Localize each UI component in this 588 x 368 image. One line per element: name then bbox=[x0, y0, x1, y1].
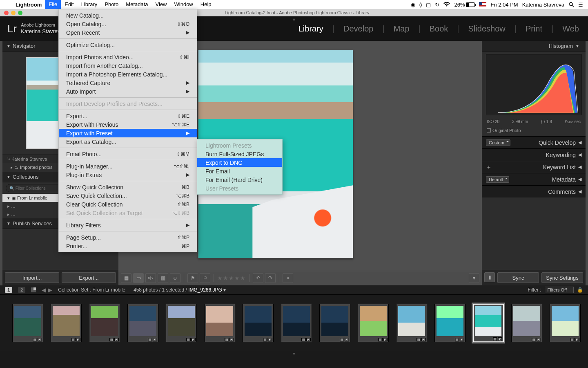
filmstrip-thumbnail[interactable]: ▤◩ bbox=[127, 304, 158, 342]
module-book[interactable]: Book bbox=[430, 24, 448, 34]
file-menu-item[interactable]: Export...⇧⌘E bbox=[59, 112, 197, 120]
input-source-flag-icon[interactable] bbox=[479, 2, 486, 7]
filmstrip-thumbnail[interactable]: ▤◩ bbox=[12, 304, 43, 342]
clock[interactable]: Fri 2:04 PM bbox=[490, 2, 518, 8]
people-view-button[interactable]: ☺ bbox=[170, 273, 180, 283]
filmstrip-thumbnail[interactable]: ▤◩ bbox=[166, 304, 197, 342]
file-menu-item[interactable]: Optimize Catalog... bbox=[59, 40, 197, 49]
file-menu-item[interactable]: Plug-in Manager...⌥⇧⌘, bbox=[59, 162, 197, 171]
file-menu-item[interactable]: Import a Photoshop Elements Catalog... bbox=[59, 70, 197, 79]
comments-header[interactable]: Comments ◀ bbox=[482, 185, 586, 197]
grid-view-button[interactable]: ▦ bbox=[121, 273, 131, 283]
filmstrip-thumbnail[interactable]: ▤◩ bbox=[550, 304, 581, 342]
filmstrip-thumbnail[interactable]: ▤◩ bbox=[89, 304, 120, 342]
keyword-list-header[interactable]: ＋ Keyword List ◀ bbox=[482, 161, 586, 173]
creative-cloud-icon[interactable]: ◉ bbox=[411, 2, 415, 8]
module-develop[interactable]: Develop bbox=[343, 24, 373, 34]
filmstrip-thumbnail[interactable]: ▤◩ bbox=[319, 304, 350, 342]
rotate-cw-button[interactable]: ↷ bbox=[265, 273, 276, 283]
breadcrumb[interactable]: Collection Set : From Lr mobile 458 phot… bbox=[58, 287, 226, 293]
file-menu-item[interactable]: Auto Import▶ bbox=[59, 87, 197, 96]
menu-file[interactable]: File bbox=[45, 0, 61, 9]
sync-settings-button[interactable]: Sync Settings bbox=[541, 272, 583, 283]
rating-stars[interactable]: ★★★★★ bbox=[217, 275, 246, 281]
minimize-window-icon[interactable] bbox=[11, 11, 16, 15]
filter-select[interactable]: Filters Off bbox=[545, 287, 574, 293]
export-button[interactable]: Export... bbox=[62, 272, 116, 283]
flag-pick-button[interactable]: ⚑ bbox=[187, 273, 198, 283]
filmstrip-thumbnail[interactable]: ▤◩ bbox=[204, 304, 235, 342]
filmstrip-thumbnail[interactable]: ▤◩ bbox=[396, 304, 427, 342]
file-menu-item[interactable]: Open Recent▶ bbox=[59, 28, 197, 37]
top-panel-toggle-icon[interactable]: ▴ bbox=[293, 16, 295, 22]
file-menu-item[interactable]: Import Photos and Video...⇧⌘I bbox=[59, 53, 197, 61]
user-name[interactable]: Katerina Stavreva bbox=[522, 2, 564, 8]
battery-status[interactable]: 26% bbox=[454, 2, 475, 8]
airplay-icon[interactable]: ▢ bbox=[426, 2, 431, 8]
original-photo-checkbox[interactable]: Original Photo bbox=[482, 127, 586, 136]
grid-source-icon[interactable] bbox=[31, 287, 36, 292]
filmstrip[interactable]: ▤◩▤◩▤◩▤◩▤◩▤◩▤◩▤◩▤◩▤◩▤◩▤◩▤◩▤◩▤◩ bbox=[0, 294, 588, 351]
file-menu-item[interactable]: Page Setup...⇧⌘P bbox=[59, 233, 197, 242]
filmstrip-thumbnail[interactable]: ▤◩ bbox=[473, 304, 504, 342]
filmstrip-thumbnail[interactable]: ▤◩ bbox=[434, 304, 466, 342]
file-menu-item[interactable]: Printer...⌘P bbox=[59, 242, 197, 250]
module-library[interactable]: Library bbox=[298, 24, 323, 34]
quick-develop-preset-select[interactable]: Custom bbox=[486, 139, 510, 146]
file-menu-item[interactable]: Save Quick Collection...⌥⌘B bbox=[59, 191, 197, 200]
compare-view-button[interactable]: X|Y bbox=[145, 273, 156, 283]
file-menu-item[interactable]: Plug-in Extras▶ bbox=[59, 171, 197, 179]
module-web[interactable]: Web bbox=[562, 24, 579, 34]
chevron-down-icon[interactable]: ▾ bbox=[223, 287, 226, 293]
menu-library[interactable]: Library bbox=[78, 0, 101, 9]
loupe-view-button[interactable]: ▭ bbox=[133, 273, 144, 283]
import-button[interactable]: Import... bbox=[5, 272, 59, 283]
file-menu-item[interactable]: Library Filters▶ bbox=[59, 221, 197, 229]
submenu-item[interactable]: For Email bbox=[197, 167, 282, 175]
notification-center-icon[interactable]: ☰ bbox=[578, 2, 583, 8]
module-map[interactable]: Map bbox=[394, 24, 410, 34]
submenu-item[interactable]: Burn Full-Sized JPEGs bbox=[197, 150, 282, 158]
metadata-preset-select[interactable]: Default bbox=[486, 176, 509, 183]
sync-button[interactable]: Sync bbox=[497, 272, 539, 283]
nav-forward-icon[interactable]: ▶ bbox=[48, 287, 52, 293]
file-menu-item[interactable]: Email Photo...⇧⌘M bbox=[59, 150, 197, 158]
module-print[interactable]: Print bbox=[526, 24, 542, 34]
histogram-header[interactable]: Histogram ▼ bbox=[482, 41, 586, 52]
keywording-header[interactable]: Keywording ◀ bbox=[482, 148, 586, 161]
menu-view[interactable]: View bbox=[152, 0, 171, 9]
right-edge-handle[interactable] bbox=[586, 41, 588, 285]
flag-reject-button[interactable]: ⚐ bbox=[200, 273, 210, 283]
rotate-ccw-button[interactable]: ↶ bbox=[253, 273, 263, 283]
spotlight-icon[interactable] bbox=[568, 2, 574, 7]
filmstrip-thumbnail[interactable]: ▤◩ bbox=[358, 304, 389, 342]
file-menu-item[interactable]: Export with Previous⌥⇧⌘E bbox=[59, 120, 197, 129]
file-menu-item[interactable]: Tethered Capture▶ bbox=[59, 79, 197, 87]
filmstrip-thumbnail[interactable]: ▤◩ bbox=[281, 304, 312, 342]
submenu-item[interactable]: For Email (Hard Drive) bbox=[197, 175, 282, 184]
menu-photo[interactable]: Photo bbox=[101, 0, 122, 9]
filmstrip-thumbnail[interactable]: ▤◩ bbox=[511, 304, 542, 342]
menu-metadata[interactable]: Metadata bbox=[122, 0, 151, 9]
dropbox-icon[interactable]: ⟠ bbox=[419, 2, 422, 8]
file-menu-item[interactable]: New Catalog... bbox=[59, 11, 197, 20]
wifi-icon[interactable] bbox=[443, 2, 450, 7]
face-tagging-button[interactable]: ⌖ bbox=[283, 273, 293, 283]
file-menu-item[interactable]: Import from Another Catalog... bbox=[59, 61, 197, 70]
time-machine-icon[interactable]: ↻ bbox=[435, 2, 439, 8]
submenu-item[interactable]: Export to DNG bbox=[197, 158, 282, 167]
menu-help[interactable]: Help bbox=[197, 0, 215, 9]
metadata-header[interactable]: Default Metadata ◀ bbox=[482, 173, 586, 185]
zoom-window-icon[interactable] bbox=[18, 11, 22, 15]
secondary-display-badge[interactable]: 2 bbox=[18, 287, 25, 293]
file-menu-item[interactable]: Show Quick Collection⌘B bbox=[59, 183, 197, 191]
app-menu[interactable]: Lightroom bbox=[12, 2, 45, 8]
filmstrip-thumbnail[interactable]: ▤◩ bbox=[243, 304, 274, 342]
menu-window[interactable]: Window bbox=[171, 0, 197, 9]
primary-display-badge[interactable]: 1 bbox=[5, 287, 12, 293]
bottom-panel-toggle-icon[interactable]: ▾ bbox=[0, 351, 588, 355]
sync-toggle-icon[interactable]: ▮ bbox=[484, 272, 495, 282]
module-slideshow[interactable]: Slideshow bbox=[468, 24, 506, 34]
toolbar-menu-chevron-icon[interactable]: ▾ bbox=[469, 273, 479, 283]
file-menu-item[interactable]: Export with Preset▶ bbox=[59, 129, 197, 137]
